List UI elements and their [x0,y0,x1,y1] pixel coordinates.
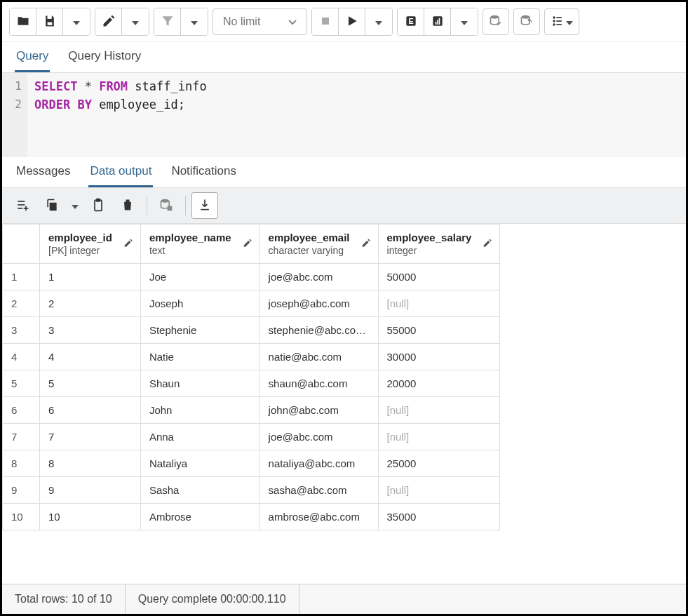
row-number: 2 [3,290,40,317]
cell-email[interactable]: natie@abc.com [259,344,378,370]
paste-button[interactable] [85,192,112,219]
cell-email[interactable]: john@abc.com [259,397,378,424]
table-row[interactable]: 4 4 Natie natie@abc.com 30000 [3,344,500,370]
cell-id[interactable]: 6 [40,397,141,424]
clipboard-icon [91,198,105,214]
delete-button[interactable] [114,192,141,219]
rollback-button[interactable] [513,8,540,35]
cell-salary[interactable]: [null] [378,397,500,424]
explain-analyze-button[interactable] [424,8,451,35]
column-type: character varying [269,245,350,256]
cell-id[interactable]: 1 [40,264,141,290]
cell-salary[interactable]: 25000 [378,450,500,477]
list-icon [551,14,565,30]
pencil-icon [243,238,252,250]
cell-name[interactable]: Stephenie [140,317,259,344]
table-row[interactable]: 9 9 Sasha sasha@abc.com [null] [3,477,500,504]
svg-point-25 [161,199,170,202]
save-data-button[interactable] [153,192,180,219]
column-header[interactable]: employee_nametext [140,225,259,264]
column-header[interactable]: employee_emailcharacter varying [259,225,378,264]
table-row[interactable]: 5 5 Shaun shaun@abc.com 20000 [3,370,500,397]
cell-id[interactable]: 7 [40,424,141,450]
cell-email[interactable]: joe@abc.com [259,424,378,450]
sql-editor[interactable]: 12 SELECT * FROM staff_info ORDER BY emp… [2,73,686,157]
cell-name[interactable]: Anna [140,424,259,450]
output-tabs: Messages Data output Notifications [2,157,686,188]
cell-id[interactable]: 4 [40,344,141,370]
results-grid[interactable]: employee_id[PK] integeremployee_nametext… [2,224,686,584]
table-row[interactable]: 6 6 John john@abc.com [null] [3,397,500,424]
table-row[interactable]: 1 1 Joe joe@abc.com 50000 [3,264,500,290]
execute-button[interactable] [339,8,365,35]
cell-salary[interactable]: 20000 [378,370,500,397]
table-row[interactable]: 8 8 Nataliya nataliya@abc.com 25000 [3,450,500,477]
cell-email[interactable]: sasha@abc.com [259,477,378,504]
table-row[interactable]: 2 2 Joseph joseph@abc.com [null] [3,290,500,317]
row-number: 5 [3,370,40,397]
chevron-down-icon [191,17,198,27]
open-file-button[interactable] [10,8,36,35]
cell-name[interactable]: Joe [140,264,259,290]
column-header[interactable]: employee_salaryinteger [378,225,500,264]
copy-dropdown-button[interactable] [68,192,82,219]
cell-id[interactable]: 3 [40,317,141,344]
cell-salary[interactable]: [null] [378,477,500,504]
cell-email[interactable]: joseph@abc.com [259,290,378,317]
cell-email[interactable]: nataliya@abc.com [259,450,378,477]
cell-name[interactable]: Natie [140,344,259,370]
execute-dropdown-button[interactable] [365,8,392,35]
stop-icon [318,14,332,30]
cell-salary[interactable]: 55000 [378,317,500,344]
cell-name[interactable]: Ambrose [140,504,259,530]
tab-messages[interactable]: Messages [15,157,72,187]
cell-id[interactable]: 2 [40,290,141,317]
edit-dropdown-button[interactable] [122,8,149,35]
cell-name[interactable]: Joseph [140,290,259,317]
cell-name[interactable]: John [140,397,259,424]
copy-button[interactable] [39,192,65,219]
cell-id[interactable]: 10 [40,504,141,530]
column-header[interactable]: employee_id[PK] integer [40,225,141,264]
sql-code[interactable]: SELECT * FROM staff_info ORDER BY employ… [27,73,686,157]
stop-button[interactable] [312,8,339,35]
svg-rect-1 [47,22,52,25]
cell-salary[interactable]: [null] [378,290,500,317]
macros-button[interactable] [544,8,579,35]
cell-name[interactable]: Nataliya [140,450,259,477]
save-dropdown-button[interactable] [63,8,90,35]
cell-email[interactable]: joe@abc.com [259,264,378,290]
cell-name[interactable]: Sasha [140,477,259,504]
cell-salary[interactable]: [null] [378,424,500,450]
cell-id[interactable]: 8 [40,450,141,477]
table-row[interactable]: 3 3 Stephenie stephenie@abc.co… 55000 [3,317,500,344]
explain-dropdown-button[interactable] [451,8,478,35]
cell-salary[interactable]: 35000 [378,504,500,530]
filter-dropdown-button[interactable] [181,8,208,35]
filter-button[interactable] [154,8,181,35]
cell-name[interactable]: Shaun [140,370,259,397]
download-button[interactable] [191,192,218,219]
row-number: 3 [3,317,40,344]
explain-button[interactable]: E [398,8,424,35]
tab-data-output[interactable]: Data output [88,157,153,187]
cell-id[interactable]: 9 [40,477,141,504]
cell-email[interactable]: ambrose@abc.com [259,504,378,530]
edit-button[interactable] [95,8,122,35]
cell-salary[interactable]: 30000 [378,344,500,370]
save-file-button[interactable] [36,8,63,35]
cell-email[interactable]: shaun@abc.com [259,370,378,397]
tab-notifications[interactable]: Notifications [170,157,238,187]
add-row-button[interactable] [9,192,36,219]
column-name: employee_email [269,232,350,243]
tab-query-history[interactable]: Query History [67,42,142,72]
status-bar: Total rows: 10 of 10 Query complete 00:0… [2,584,686,614]
table-row[interactable]: 10 10 Ambrose ambrose@abc.com 35000 [3,504,500,530]
cell-email[interactable]: stephenie@abc.co… [259,317,378,344]
tab-query[interactable]: Query [15,42,50,72]
cell-salary[interactable]: 50000 [378,264,500,290]
table-row[interactable]: 7 7 Anna joe@abc.com [null] [3,424,500,450]
commit-button[interactable] [483,8,509,35]
limit-select[interactable]: No limit [213,8,307,35]
cell-id[interactable]: 5 [40,370,141,397]
